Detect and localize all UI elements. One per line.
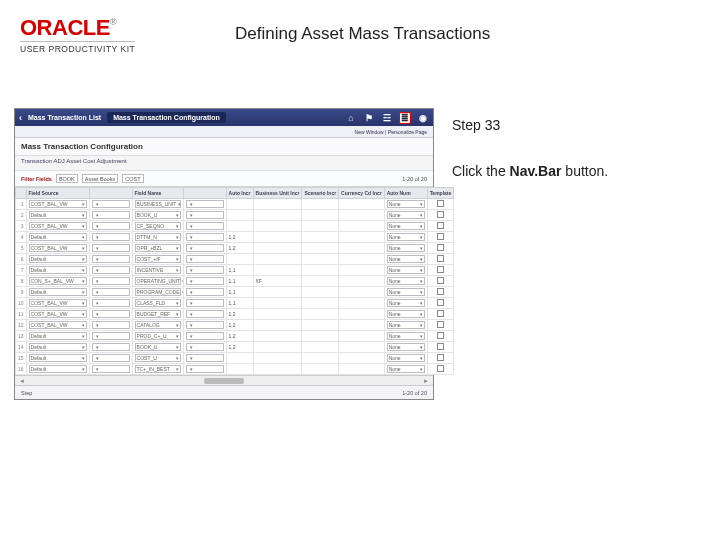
field-source-select[interactable]: Default bbox=[29, 332, 87, 340]
template-checkbox[interactable] bbox=[437, 288, 444, 295]
field-name-select[interactable]: PROD_C+_U bbox=[135, 332, 181, 340]
field-source-select[interactable]: Default bbox=[29, 255, 87, 263]
field-source-expand[interactable] bbox=[92, 365, 130, 373]
field-source-expand[interactable] bbox=[92, 343, 130, 351]
auto-num-select[interactable]: None bbox=[387, 343, 425, 351]
field-source-select[interactable]: COST_BAL_VW bbox=[29, 244, 87, 252]
flag-icon[interactable]: ⚑ bbox=[363, 112, 375, 124]
back-icon[interactable]: ‹ bbox=[19, 113, 22, 123]
scroll-left-icon[interactable]: ◄ bbox=[19, 378, 25, 384]
field-name-expand[interactable] bbox=[186, 244, 224, 252]
auto-num-select[interactable]: None bbox=[387, 288, 425, 296]
auto-num-select[interactable]: None bbox=[387, 233, 425, 241]
field-name-select[interactable]: CATALOG bbox=[135, 321, 181, 329]
field-source-select[interactable]: Default bbox=[29, 266, 87, 274]
col-currency-incr[interactable]: Currency Cd Incr bbox=[339, 188, 385, 199]
template-checkbox[interactable] bbox=[437, 343, 444, 350]
field-name-select[interactable]: BOOK_U bbox=[135, 343, 181, 351]
grid-pager-bottom[interactable]: 1-20 of 20 bbox=[402, 390, 427, 396]
field-source-select[interactable]: COST_BAL_VW bbox=[29, 299, 87, 307]
field-name-expand[interactable] bbox=[186, 288, 224, 296]
field-source-select[interactable]: Default bbox=[29, 233, 87, 241]
col-field-source[interactable]: Field Source bbox=[26, 188, 89, 199]
field-source-expand[interactable] bbox=[92, 277, 130, 285]
col-auto-incr[interactable]: Auto Incr bbox=[226, 188, 253, 199]
auto-num-select[interactable]: None bbox=[387, 244, 425, 252]
field-name-select[interactable]: OPR_+BZL bbox=[135, 244, 181, 252]
filter-cost-name[interactable]: COST bbox=[122, 174, 143, 183]
template-checkbox[interactable] bbox=[437, 365, 444, 372]
auto-num-select[interactable]: None bbox=[387, 277, 425, 285]
field-name-expand[interactable] bbox=[186, 310, 224, 318]
field-source-expand[interactable] bbox=[92, 288, 130, 296]
horizontal-scrollbar[interactable]: ◄ ► bbox=[15, 375, 433, 385]
template-checkbox[interactable] bbox=[437, 321, 444, 328]
breadcrumb-item-1[interactable]: Mass Transaction List bbox=[28, 114, 101, 121]
field-name-select[interactable]: BOOK_U bbox=[135, 211, 181, 219]
auto-num-select[interactable]: None bbox=[387, 310, 425, 318]
field-source-select[interactable]: Default bbox=[29, 365, 87, 373]
field-source-expand[interactable] bbox=[92, 354, 130, 362]
field-source-expand[interactable] bbox=[92, 321, 130, 329]
template-checkbox[interactable] bbox=[437, 222, 444, 229]
field-name-expand[interactable] bbox=[186, 354, 224, 362]
template-checkbox[interactable] bbox=[437, 310, 444, 317]
field-source-expand[interactable] bbox=[92, 332, 130, 340]
field-name-select[interactable]: CLASS_FLD bbox=[135, 299, 181, 307]
auto-num-select[interactable]: None bbox=[387, 354, 425, 362]
auto-num-select[interactable]: None bbox=[387, 321, 425, 329]
field-source-expand[interactable] bbox=[92, 255, 130, 263]
auto-num-select[interactable]: None bbox=[387, 299, 425, 307]
home-icon[interactable]: ⌂ bbox=[345, 112, 357, 124]
field-name-select[interactable]: OPERATING_UNIT bbox=[135, 277, 181, 285]
bell-icon[interactable]: ☲ bbox=[381, 112, 393, 124]
auto-num-select[interactable]: None bbox=[387, 266, 425, 274]
auto-num-select[interactable]: None bbox=[387, 211, 425, 219]
template-checkbox[interactable] bbox=[437, 211, 444, 218]
field-name-expand[interactable] bbox=[186, 365, 224, 373]
field-name-expand[interactable] bbox=[186, 211, 224, 219]
auto-num-select[interactable]: None bbox=[387, 222, 425, 230]
field-name-select[interactable]: BUSINESS_UNIT bbox=[135, 200, 181, 208]
gear-icon[interactable]: ◉ bbox=[417, 112, 429, 124]
field-source-expand[interactable] bbox=[92, 200, 130, 208]
field-source-select[interactable]: Default bbox=[29, 288, 87, 296]
auto-num-select[interactable]: None bbox=[387, 365, 425, 373]
field-source-expand[interactable] bbox=[92, 222, 130, 230]
field-name-select[interactable]: BUDGET_REF bbox=[135, 310, 181, 318]
field-source-select[interactable]: COST_BAL_VW bbox=[29, 321, 87, 329]
col-scenario-incr[interactable]: Scenario Incr bbox=[302, 188, 339, 199]
template-checkbox[interactable] bbox=[437, 299, 444, 306]
field-name-expand[interactable] bbox=[186, 233, 224, 241]
auto-num-select[interactable]: None bbox=[387, 332, 425, 340]
field-name-expand[interactable] bbox=[186, 266, 224, 274]
field-source-select[interactable]: COST_BAL_VW bbox=[29, 222, 87, 230]
filter-book-value[interactable]: Asset Books bbox=[82, 174, 119, 183]
field-name-expand[interactable] bbox=[186, 321, 224, 329]
field-name-expand[interactable] bbox=[186, 332, 224, 340]
filter-book-name[interactable]: BOOK bbox=[56, 174, 78, 183]
template-checkbox[interactable] bbox=[437, 266, 444, 273]
field-source-select[interactable]: Default bbox=[29, 211, 87, 219]
field-name-expand[interactable] bbox=[186, 200, 224, 208]
col-field-name[interactable]: Field Name bbox=[132, 188, 183, 199]
grid-pager-top[interactable]: 1-20 of 20 bbox=[402, 176, 427, 182]
scroll-thumb[interactable] bbox=[204, 378, 244, 384]
field-source-expand[interactable] bbox=[92, 299, 130, 307]
field-source-expand[interactable] bbox=[92, 233, 130, 241]
field-name-expand[interactable] bbox=[186, 299, 224, 307]
field-source-select[interactable]: Default bbox=[29, 354, 87, 362]
window-options-text[interactable]: New Window | Personalize Page bbox=[355, 129, 427, 135]
field-name-select[interactable]: CF_SEQNO bbox=[135, 222, 181, 230]
field-name-select[interactable]: TC+_IN_BEST bbox=[135, 365, 181, 373]
field-source-expand[interactable] bbox=[92, 310, 130, 318]
col-auto-num[interactable]: Auto Num bbox=[384, 188, 427, 199]
auto-num-select[interactable]: None bbox=[387, 200, 425, 208]
field-name-select[interactable]: COST_U bbox=[135, 354, 181, 362]
template-checkbox[interactable] bbox=[437, 233, 444, 240]
field-name-expand[interactable] bbox=[186, 343, 224, 351]
field-name-select[interactable]: INCENTIVE bbox=[135, 266, 181, 274]
field-name-select[interactable]: COST_+IF bbox=[135, 255, 181, 263]
field-name-expand[interactable] bbox=[186, 222, 224, 230]
col-bu-incr[interactable]: Business Unit Incr bbox=[253, 188, 302, 199]
